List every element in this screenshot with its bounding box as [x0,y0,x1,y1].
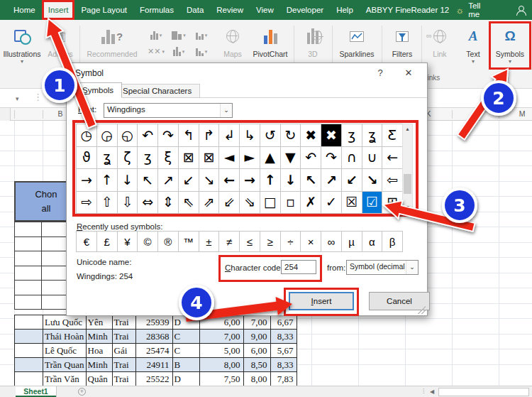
recent-symbol-cell[interactable]: ÷ [280,232,301,252]
cell[interactable] [15,236,42,251]
symbol-cell[interactable]: ↶ [138,124,158,147]
menu-tab-formulas[interactable]: Formulas [133,0,180,20]
symbol-cell[interactable]: ✗ [301,191,321,214]
recent-symbol-cell[interactable]: ® [158,232,179,252]
scroll-left-icon[interactable]: ◀ [430,388,434,395]
cell[interactable]: Trai [112,330,135,344]
recent-symbol-cell[interactable]: £ [96,232,117,252]
symbol-cell[interactable]: ↳ [240,124,260,147]
recent-symbol-cell[interactable]: µ [341,232,362,252]
symbol-cell[interactable]: ← [219,169,240,192]
cell[interactable]: Lê Quốc [43,344,87,358]
line-chart-button[interactable]: ✕✕▾ [145,43,167,60]
area-chart-button[interactable]: ▾ [167,43,190,60]
symbol-cell[interactable]: Ƹ [382,124,403,147]
symbol-cell[interactable]: ↘ [199,169,219,192]
symbol-cell[interactable]: ↙ [178,169,199,192]
cell[interactable]: Minh [86,358,112,372]
splitter-dots-icon[interactable]: ⁞ [423,388,424,395]
symbol-cell[interactable]: ⊞ [382,191,403,214]
add-ins-button[interactable]: ▣ Add-ins [44,23,77,59]
symbol-cell[interactable]: ► [240,146,260,169]
symbol-cell[interactable]: ∪ [362,146,382,169]
symbol-cell[interactable]: ↰ [178,124,199,147]
menu-tab-abbyy-finereader-12[interactable]: ABBYY FineReader 12 [360,0,455,20]
cell[interactable] [15,251,42,266]
cell[interactable]: 6,00 [243,344,270,358]
hierarchy-chart-button[interactable]: ▾ [190,27,213,43]
menu-tab-review[interactable]: Review [210,0,250,20]
cell[interactable]: 7,50 [199,372,243,386]
symbol-cell[interactable]: ↖ [301,169,321,192]
recent-symbol-cell[interactable]: ≤ [240,232,260,252]
cancel-entry-icon[interactable]: ✕ [48,92,56,103]
symbol-cell[interactable]: ʓ [96,146,117,169]
cell[interactable]: C [172,330,199,344]
recent-symbol-cell[interactable]: ™ [178,232,199,252]
horizontal-scrollbar[interactable] [438,388,529,396]
filters-button[interactable]: Filters [384,23,420,59]
link-button[interactable]: ∞ Link [424,23,455,59]
cell[interactable]: 5,67 [270,344,297,358]
cell[interactable]: Lưu Quốc [43,315,87,330]
symbol-cell[interactable]: ◷ [77,124,97,147]
symbol-cell[interactable]: ⇕ [158,191,179,214]
character-code-input[interactable]: 254 [281,260,316,274]
symbol-cell[interactable]: ʒ [138,146,158,169]
symbol-cell[interactable]: ↘ [362,169,382,192]
symbol-cell[interactable]: ↓ [280,169,301,192]
tab-special-characters[interactable]: Special Characters [114,84,200,98]
symbol-cell[interactable]: ◵ [117,124,138,147]
symbol-cell[interactable]: ◄ [219,146,240,169]
cell[interactable]: 8,00 [243,372,270,386]
symbols-button[interactable]: Ω Symbols ▾ [491,23,529,66]
sparklines-button[interactable]: Sparklines [335,23,379,59]
cell[interactable]: Quân [86,372,112,386]
cell[interactable]: Gái [112,344,135,358]
recent-symbol-cell[interactable]: α [362,232,382,252]
cell[interactable]: Trai [112,358,135,372]
cell[interactable]: 8,50 [243,358,270,372]
recent-symbol-cell[interactable]: ± [199,232,219,252]
symbol-cell[interactable]: ⊠ [178,146,199,169]
symbol-cell[interactable]: ζ [117,146,138,169]
cell[interactable]: Trai [112,372,135,386]
cell[interactable] [15,315,43,330]
from-dropdown[interactable]: Symbol (decimal) ⌄ [346,260,419,275]
cell[interactable] [15,358,43,372]
symbol-cell[interactable]: ↺ [260,124,280,147]
symbol-cell[interactable]: ✖ [301,124,321,147]
cell[interactable]: 8,33 [270,330,297,344]
cell[interactable]: B [172,358,199,372]
scroll-up-icon[interactable]: ▲ [403,124,412,134]
cell[interactable]: 5,00 [199,344,243,358]
pivotchart-button[interactable]: PivotChart [250,23,291,59]
cell[interactable]: D [172,372,199,386]
symbol-cell[interactable]: ↑ [260,169,280,192]
menu-tab-view[interactable]: View [250,0,280,20]
column-chart-button[interactable]: ▾ [145,27,167,43]
symbol-cell[interactable]: ◶ [96,124,117,147]
symbol-cell[interactable]: ʓ [362,124,382,147]
symbol-cell[interactable]: □ [260,191,280,214]
symbol-cell[interactable]: → [77,169,97,192]
recent-symbol-cell[interactable]: © [138,232,158,252]
cell[interactable]: Thái Hoàn [43,330,87,344]
illustrations-button[interactable]: Illustrations ▾ [1,23,43,66]
symbol-cell[interactable]: ↶ [301,146,321,169]
dialog-help-button[interactable]: ? [373,67,387,78]
symbol-cell[interactable]: ↙ [341,169,362,192]
cell[interactable]: Minh [86,330,112,344]
recent-symbol-cell[interactable]: € [77,232,97,252]
symbol-cell[interactable]: ▼ [280,146,301,169]
maps-button[interactable]: Maps [217,23,248,59]
recent-symbol-cell[interactable]: × [301,232,321,252]
symbol-cell[interactable]: ☒ [341,191,362,214]
symbol-cell[interactable]: ▲ [260,146,280,169]
symbol-cell[interactable]: ⇖ [178,191,199,214]
menu-tab-page-layout[interactable]: Page Layout [74,0,133,20]
symbol-cell[interactable]: ← [382,146,403,169]
symbol-cell[interactable]: ⇦ [382,169,403,192]
sheet-tab-sheet1[interactable]: Sheet1 [16,386,57,397]
column-header-l[interactable]: L [452,109,499,118]
